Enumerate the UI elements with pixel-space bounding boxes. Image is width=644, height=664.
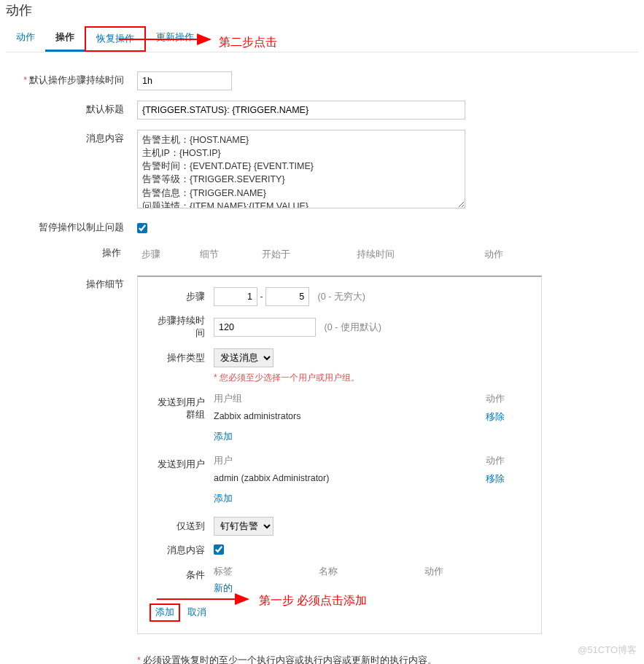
tab-action[interactable]: 动作	[6, 26, 45, 52]
label-msg-content: 消息内容	[6, 130, 137, 145]
col-action-u: 动作	[486, 455, 529, 467]
step-dur-hint: (0 - 使用默认)	[324, 322, 381, 332]
col-step: 步骤	[141, 249, 200, 261]
default-duration-input[interactable]	[137, 71, 232, 90]
watermark: @51CTO博客	[578, 644, 637, 657]
col-detail: 细节	[200, 249, 262, 261]
label-default-duration: *默认操作步骤持续时间	[6, 71, 137, 87]
msg-content-textarea[interactable]: 告警主机：{HOST.NAME} 主机IP：{HOST.IP} 告警时间：{EV…	[137, 130, 465, 208]
detail-msg-checkbox[interactable]	[214, 544, 224, 555]
group-value: Zabbix administrators	[214, 411, 486, 423]
label-conditions: 条件	[150, 566, 214, 582]
label-pause: 暂停操作以制止问题	[6, 219, 137, 234]
cond-col-name: 名称	[319, 566, 424, 578]
label-default-subject: 默认标题	[6, 101, 137, 116]
final-note: 必须设置恢复时的至少一个执行内容或执行内容或更新时的执行内容。	[137, 655, 437, 664]
col-action: 动作	[484, 249, 638, 261]
label-steps: 步骤	[150, 291, 214, 303]
tabs-bar: 动作 操作 恢复操作 更新操作	[6, 26, 638, 52]
detail-cancel-link[interactable]: 取消	[187, 606, 206, 619]
tab-recovery[interactable]: 恢复操作	[85, 26, 146, 52]
remove-user-link[interactable]: 移除	[486, 473, 529, 485]
tab-operations[interactable]: 操作	[45, 26, 85, 52]
col-start: 开始于	[262, 249, 357, 261]
page-title: 动作	[6, 0, 638, 26]
operation-detail-box: 步骤 - (0 - 无穷大) 步骤持续时间 (0 - 使用默认) 操作类型 发送…	[137, 276, 542, 634]
col-usergroup: 用户组	[214, 393, 486, 405]
label-detail-msg: 消息内容	[150, 544, 214, 557]
only-to-select[interactable]: 钉钉告警	[214, 517, 273, 536]
default-subject-input[interactable]	[137, 101, 465, 120]
add-group-link[interactable]: 添加	[214, 431, 233, 442]
label-op-type: 操作类型	[150, 348, 214, 364]
step-from-input[interactable]	[214, 287, 257, 306]
label-send-user: 发送到用户	[150, 455, 214, 471]
step-hint: (0 - 无穷大)	[318, 292, 365, 302]
add-user-link[interactable]: 添加	[214, 493, 233, 504]
col-duration: 持续时间	[357, 249, 484, 261]
operations-table: 步骤 细节 开始于 持续时间 动作	[141, 244, 638, 265]
pause-checkbox[interactable]	[137, 223, 147, 233]
label-send-group: 发送到用户群组	[150, 393, 214, 421]
col-user: 用户	[214, 455, 486, 467]
user-value: admin (zabbix Administrator)	[214, 473, 486, 485]
new-condition-link[interactable]: 新的	[214, 583, 233, 593]
remove-group-link[interactable]: 移除	[486, 411, 529, 423]
cond-col-tag: 标签	[214, 566, 319, 578]
label-only-to: 仅送到	[150, 520, 214, 533]
op-type-select[interactable]: 发送消息	[214, 348, 273, 367]
col-action-g: 动作	[486, 393, 529, 405]
tab-update[interactable]: 更新操作	[146, 26, 204, 52]
label-step-duration: 步骤持续时间	[150, 315, 214, 340]
detail-add-link[interactable]: 添加	[155, 607, 174, 617]
op-type-note: 您必须至少选择一个用户或用户组。	[214, 372, 529, 384]
label-op-detail: 操作细节	[6, 276, 137, 291]
step-duration-input[interactable]	[214, 318, 316, 337]
step-to-input[interactable]	[265, 287, 309, 306]
label-operations: 操作	[6, 244, 134, 259]
cond-col-action: 动作	[424, 566, 529, 578]
